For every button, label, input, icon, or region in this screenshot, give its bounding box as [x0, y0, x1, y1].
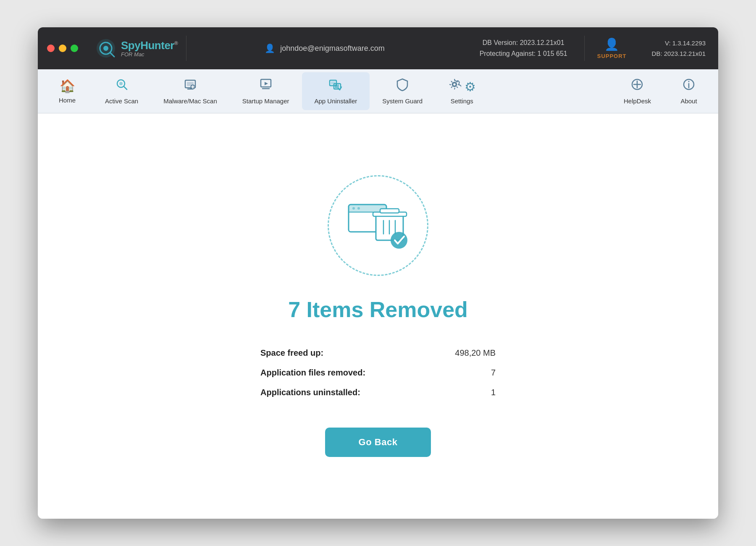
nav-item-active-scan[interactable]: Active Scan	[92, 72, 151, 110]
titlebar: SpyHunter® FOR Mac 👤 johndoe@enigmasoftw…	[38, 27, 718, 69]
stat-label-apps: Applications uninstalled:	[260, 388, 360, 397]
main-content: 7 Items Removed Space freed up: 498,20 M…	[38, 113, 718, 519]
nav-label-settings: Settings	[451, 97, 473, 105]
nav-label-malware-scan: Malware/Mac Scan	[163, 97, 217, 105]
nav-label-helpdesk: HelpDesk	[624, 97, 651, 105]
app-name: SpyHunter®	[121, 40, 178, 51]
stat-value-space: 498,20 MB	[455, 348, 496, 358]
svg-point-2	[103, 46, 108, 51]
nav-label-app-uninstaller: App Uninstaller	[315, 97, 357, 105]
stat-label-files: Application files removed:	[260, 368, 365, 378]
app-name-accent: SpyHunter	[121, 39, 174, 52]
maximize-button[interactable]	[71, 45, 78, 52]
svg-point-34	[352, 207, 355, 210]
nav-item-startup-manager[interactable]: Startup Manager	[230, 72, 302, 110]
nav-label-system-guard: System Guard	[382, 97, 423, 105]
app-uninstaller-icon	[329, 78, 342, 94]
nav-label-startup-manager: Startup Manager	[242, 97, 289, 105]
db-version: DB Version: 2023.12.21x01	[480, 37, 567, 48]
home-icon: 🏠	[60, 79, 75, 93]
nav-label-about: About	[680, 97, 697, 105]
version-line1: V: 1.3.14.2293	[652, 38, 706, 49]
version-line2: DB: 2023.12.21x01	[652, 48, 706, 59]
support-label: SUPPORT	[597, 53, 627, 59]
db-info: DB Version: 2023.12.21x01 Protecting Aga…	[463, 37, 584, 59]
nav-item-app-uninstaller[interactable]: App Uninstaller	[302, 72, 370, 110]
user-email: johndoe@enigmasoftware.com	[280, 44, 384, 53]
nav-item-settings[interactable]: ⚙ Settings	[435, 72, 488, 110]
stat-label-space: Space freed up:	[260, 348, 323, 358]
uninstall-illustration-svg	[344, 196, 412, 255]
stat-value-files: 7	[491, 368, 496, 378]
svg-point-5	[119, 82, 123, 85]
support-section[interactable]: 👤 SUPPORT	[584, 36, 639, 61]
svg-line-6	[124, 87, 127, 89]
active-scan-icon	[115, 78, 129, 94]
nav-item-system-guard[interactable]: System Guard	[370, 72, 435, 110]
stat-row-files: Application files removed: 7	[260, 363, 496, 383]
nav-item-about[interactable]: About	[664, 72, 714, 110]
version-info: V: 1.3.14.2293 DB: 2023.12.21x01	[639, 38, 718, 59]
helpdesk-icon	[630, 78, 644, 94]
svg-rect-41	[380, 209, 399, 213]
about-icon	[682, 78, 696, 94]
stat-value-apps: 1	[491, 388, 496, 397]
malware-scan-icon	[184, 78, 197, 94]
stat-row-space: Space freed up: 498,20 MB	[260, 343, 496, 363]
svg-point-30	[688, 81, 690, 82]
go-back-button[interactable]: Go Back	[325, 428, 431, 457]
logo-section: SpyHunter® FOR Mac	[87, 36, 186, 61]
nav-label-active-scan: Active Scan	[105, 97, 138, 105]
nav-label-home: Home	[59, 97, 76, 104]
svg-point-42	[391, 232, 407, 249]
stats-table: Space freed up: 498,20 MB Application fi…	[260, 343, 496, 402]
result-illustration	[328, 175, 428, 276]
spyhunter-logo-icon	[96, 38, 116, 58]
traffic-lights	[38, 45, 87, 52]
protecting-against: Protecting Against: 1 015 651	[480, 48, 567, 59]
startup-manager-icon	[259, 78, 273, 94]
navbar: 🏠 Home Active Scan	[38, 69, 718, 113]
system-guard-icon	[396, 78, 409, 94]
settings-icon: ⚙	[448, 78, 476, 94]
nav-item-helpdesk[interactable]: HelpDesk	[611, 72, 664, 110]
stat-row-apps: Applications uninstalled: 1	[260, 383, 496, 402]
nav-item-home[interactable]: 🏠 Home	[42, 72, 92, 110]
minimize-button[interactable]	[59, 45, 66, 52]
user-section: 👤 johndoe@enigmasoftware.com	[186, 43, 462, 53]
logo-text: SpyHunter® FOR Mac	[121, 40, 178, 57]
support-icon: 👤	[604, 37, 619, 51]
user-icon: 👤	[265, 43, 275, 53]
app-platform: FOR Mac	[121, 52, 178, 57]
result-title: 7 Items Removed	[288, 297, 468, 322]
svg-marker-15	[265, 82, 268, 85]
close-button[interactable]	[47, 45, 55, 52]
nav-item-malware-scan[interactable]: Malware/Mac Scan	[151, 72, 230, 110]
svg-point-35	[357, 207, 360, 210]
app-window: SpyHunter® FOR Mac 👤 johndoe@enigmasoftw…	[38, 27, 718, 519]
